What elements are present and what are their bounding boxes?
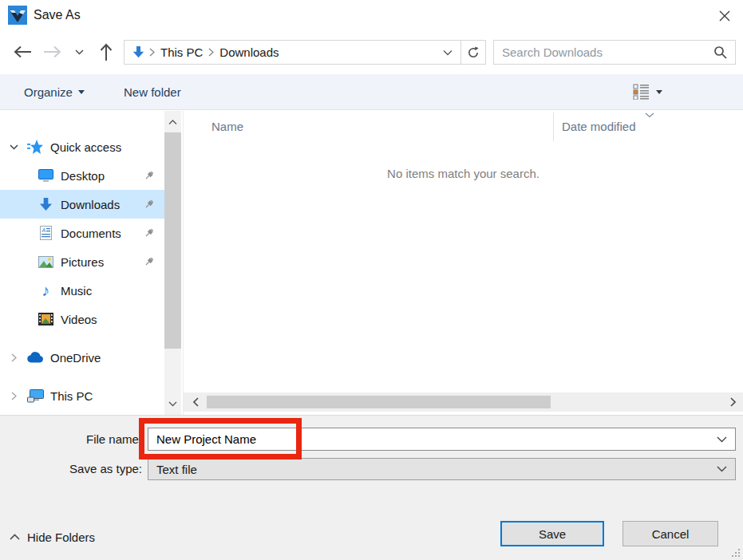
this-pc-icon [26,389,44,403]
chevron-right-icon[interactable] [8,353,19,362]
sidebar-item-music[interactable]: ♪ Music [0,276,164,305]
search-box [493,40,736,65]
forward-button[interactable] [41,40,65,64]
breadcrumb-downloads[interactable]: Downloads [216,45,282,59]
breadcrumb-chevron-icon [147,48,157,57]
svg-text:A: A [41,227,45,233]
hide-folders-label: Hide Folders [27,530,95,544]
command-toolbar: Organize New folder ? [0,74,743,110]
save-as-type-label: Save as type: [0,458,142,480]
sidebar-item-label: OneDrive [50,351,101,365]
sidebar-item-label: Documents [61,227,121,240]
organize-dropdown-caret-icon [78,90,85,94]
save-button[interactable]: Save [500,521,604,546]
change-view-button[interactable] [633,74,662,109]
chevron-down-icon[interactable] [8,144,19,150]
hide-folders-button[interactable]: Hide Folders [10,526,95,547]
column-label: Date modified [562,120,636,133]
column-header-date-modified[interactable]: Date modified [562,111,636,141]
search-input[interactable] [494,45,709,59]
column-divider[interactable] [553,112,554,141]
chevron-up-icon [10,534,20,540]
videos-film-icon [37,313,54,325]
scrollbar-thumb[interactable] [207,396,551,408]
organize-button[interactable]: Organize [24,74,85,109]
pictures-icon [37,256,54,268]
save-as-type-dropdown[interactable]: Text file [148,458,736,480]
downloads-folder-icon [129,45,147,59]
new-folder-button[interactable]: New folder [124,74,181,109]
save-button-label: Save [539,527,566,541]
window-title: Save As [34,0,81,30]
column-label: Name [211,120,243,133]
file-name-label: File name: [0,428,142,451]
breadcrumb-this-pc[interactable]: This PC [157,45,206,59]
back-button[interactable] [10,40,34,64]
sidebar-item-label: Pictures [61,255,104,269]
navigation-pane: Quick access Desktop Downloads [0,111,164,415]
quick-access-star-icon [26,140,44,155]
pin-icon [144,170,155,181]
sidebar-item-quick-access[interactable]: Quick access [0,132,164,161]
sidebar-scrollbar[interactable] [164,111,181,415]
title-bar: Save As [0,0,743,30]
dialog-footer: File name: Save as type: Text file Hide … [0,415,743,560]
refresh-button[interactable] [461,40,486,65]
pin-icon [144,227,155,239]
sidebar-item-downloads[interactable]: Downloads [0,190,164,219]
pin-icon [144,256,155,267]
column-header-name[interactable]: Name [211,111,243,141]
resize-grip[interactable] [731,548,741,558]
sidebar-item-onedrive[interactable]: OneDrive [0,343,164,372]
sidebar-item-label: This PC [50,389,93,403]
horizontal-scrollbar[interactable] [184,392,743,412]
app-icon [8,6,27,25]
view-dropdown-caret-icon [656,90,662,94]
sidebar-item-label: Desktop [61,169,105,183]
search-icon[interactable] [709,45,735,59]
sidebar-item-documents[interactable]: A Documents [0,219,164,247]
sidebar-item-label: Videos [61,313,97,326]
chevron-down-icon[interactable] [717,436,735,443]
scroll-down-icon[interactable] [164,396,181,412]
cancel-button[interactable]: Cancel [622,521,718,546]
music-note-icon: ♪ [37,283,54,298]
recent-locations-chevron-icon[interactable] [70,40,88,64]
up-button[interactable] [94,40,118,64]
file-name-input[interactable] [148,432,653,447]
desktop-icon [37,169,54,182]
chevron-right-icon[interactable] [8,392,19,400]
scroll-left-icon[interactable] [188,392,204,412]
file-list-area: Name Date modified No items match your s… [183,111,743,415]
sidebar-item-videos[interactable]: Videos [0,305,164,333]
save-as-dialog: Save As This PC Do [0,0,743,560]
sidebar-item-label: Quick access [50,140,121,154]
details-view-icon [633,84,650,100]
sidebar-item-label: Downloads [61,198,120,211]
sidebar-item-label: Music [61,284,92,298]
breadcrumb-chevron-icon [206,48,216,57]
new-folder-label: New folder [124,85,181,99]
cancel-button-label: Cancel [652,527,690,541]
sidebar-item-pictures[interactable]: Pictures [0,247,164,276]
address-bar[interactable]: This PC Downloads [124,40,461,65]
scrollbar-thumb[interactable] [164,132,181,349]
close-icon[interactable] [714,6,735,26]
downloads-icon [37,197,54,212]
sidebar-item-desktop[interactable]: Desktop [0,161,164,190]
navigation-bar: This PC Downloads [0,30,743,74]
documents-icon: A [37,226,54,240]
organize-label: Organize [24,85,73,99]
scroll-up-icon[interactable] [164,114,181,130]
onedrive-cloud-icon [26,352,44,363]
sidebar-item-this-pc[interactable]: This PC [0,381,164,410]
save-as-type-value: Text file [148,463,197,476]
address-dropdown-chevron-icon[interactable] [443,49,460,56]
sort-indicator-chevron-icon [645,112,654,118]
scroll-right-icon[interactable] [725,392,741,412]
pin-icon [144,199,155,210]
empty-folder-message: No items match your search. [184,167,743,180]
file-name-combobox [148,428,736,451]
chevron-down-icon [717,466,735,472]
